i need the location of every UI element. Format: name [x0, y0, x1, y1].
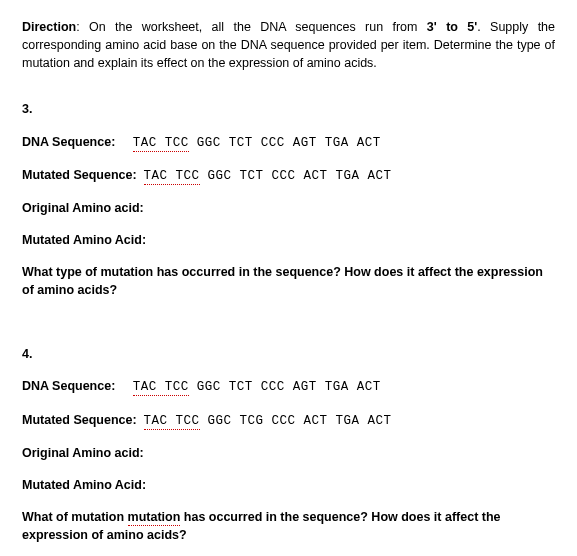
q4-mutated-amino: Mutated Amino Acid: [22, 476, 555, 494]
q4-question-before: What of mutation [22, 510, 128, 524]
q4-dna-underlined: TAC TCC [133, 380, 189, 396]
q4-mut-row: Mutated Sequence: TAC TCC GGC TCG CCC AC… [22, 411, 555, 430]
q4-question-red: mutation [128, 510, 181, 526]
direction-text-before: : On the worksheet, all the DNA sequence… [76, 20, 427, 34]
q3-mut-rest: GGC TCT CCC ACT TGA ACT [200, 169, 392, 183]
q3-dna-row: DNA Sequence: TAC TCC GGC TCT CCC AGT TG… [22, 133, 555, 152]
q3-mutated-amino: Mutated Amino Acid: [22, 231, 555, 249]
dna-sequence-label: DNA Sequence: [22, 379, 115, 393]
q4-number: 4. [22, 345, 555, 363]
q3-number: 3. [22, 100, 555, 118]
q4-dna-row: DNA Sequence: TAC TCC GGC TCT CCC AGT TG… [22, 377, 555, 396]
q3-mut-underlined: TAC TCC [144, 169, 200, 185]
q3-dna-underlined: TAC TCC [133, 136, 189, 152]
q3-dna-rest: GGC TCT CCC AGT TGA ACT [189, 136, 381, 150]
direction-run: 3' to 5' [427, 20, 477, 34]
direction-block: Direction: On the worksheet, all the DNA… [22, 18, 555, 72]
mutated-sequence-label: Mutated Sequence: [22, 168, 137, 182]
q3-mut-row: Mutated Sequence: TAC TCC GGC TCT CCC AC… [22, 166, 555, 185]
q4-dna-rest: GGC TCT CCC AGT TGA ACT [189, 380, 381, 394]
q4-question: What of mutation mutation has occurred i… [22, 508, 555, 544]
q4-mut-rest: GGC TCG CCC ACT TGA ACT [200, 414, 392, 428]
mutated-sequence-label: Mutated Sequence: [22, 413, 137, 427]
direction-label: Direction [22, 20, 76, 34]
q3-original-amino: Original Amino acid: [22, 199, 555, 217]
q4-mut-underlined: TAC TCC [144, 414, 200, 430]
dna-sequence-label: DNA Sequence: [22, 135, 115, 149]
q3-question: What type of mutation has occurred in th… [22, 263, 555, 299]
q4-original-amino: Original Amino acid: [22, 444, 555, 462]
